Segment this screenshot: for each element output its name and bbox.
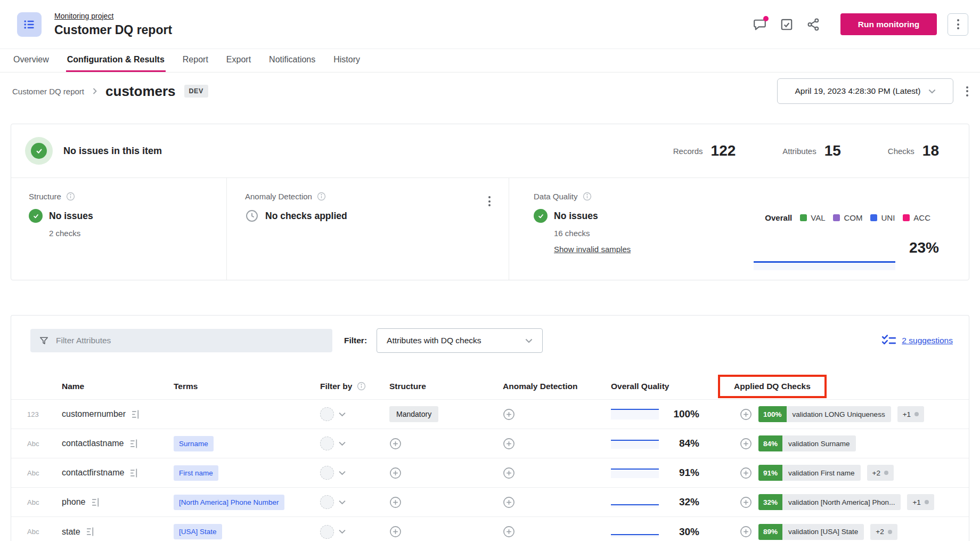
panel-data-quality: Data Quality No issues 16 checks Show in… bbox=[509, 178, 969, 280]
breadcrumb-project-link[interactable]: Monitoring project bbox=[54, 12, 172, 20]
table-row[interactable]: Abc state [USA] State 30% bbox=[11, 517, 969, 541]
dq-check-chip[interactable]: 100% validation LONG Uniqueness bbox=[758, 406, 891, 422]
status-dot bbox=[888, 530, 892, 534]
attribute-name[interactable]: contactlastname bbox=[62, 439, 124, 448]
add-anomaly-check-button[interactable] bbox=[503, 496, 515, 508]
profiling-icon[interactable] bbox=[130, 439, 138, 448]
col-anomaly-detection[interactable]: Anomaly Detection bbox=[503, 382, 611, 391]
dq-check-chip[interactable]: 84% validation Surname bbox=[758, 435, 856, 451]
comments-icon[interactable] bbox=[753, 18, 767, 31]
suggestions-link[interactable]: 2 suggestions bbox=[881, 334, 953, 348]
tab-notifications[interactable]: Notifications bbox=[268, 49, 316, 72]
col-filter-by[interactable]: Filter by bbox=[320, 382, 389, 391]
attribute-name[interactable]: phone bbox=[62, 497, 86, 507]
add-structure-check-button[interactable] bbox=[389, 467, 402, 479]
col-name[interactable]: Name bbox=[62, 382, 174, 391]
monitoring-project-icon bbox=[17, 12, 42, 37]
tab-export[interactable]: Export bbox=[225, 49, 252, 72]
profiling-icon[interactable] bbox=[130, 469, 138, 478]
profiling-icon[interactable] bbox=[86, 527, 94, 536]
filter-by-circle[interactable] bbox=[320, 525, 334, 539]
info-icon[interactable] bbox=[66, 192, 75, 201]
add-dq-check-button[interactable] bbox=[740, 438, 752, 450]
breadcrumb-parent-link[interactable]: Customer DQ report bbox=[12, 87, 84, 96]
attribute-filter-select[interactable]: Attributes with DQ checks bbox=[377, 328, 543, 353]
filter-by-control[interactable] bbox=[320, 525, 389, 539]
add-anomaly-check-button[interactable] bbox=[503, 467, 515, 479]
add-structure-check-button[interactable] bbox=[389, 438, 402, 450]
table-row[interactable]: Abc phone [North America] Phone Number bbox=[11, 488, 969, 517]
add-structure-check-button[interactable] bbox=[389, 526, 402, 538]
snapshot-kebab-menu[interactable] bbox=[966, 86, 968, 96]
share-icon[interactable] bbox=[806, 18, 820, 31]
run-monitoring-button[interactable]: Run monitoring bbox=[840, 13, 937, 35]
filter-attributes-search[interactable] bbox=[30, 329, 332, 352]
legend-uni[interactable]: UNI bbox=[870, 213, 895, 222]
header-kebab-menu[interactable] bbox=[948, 13, 968, 36]
table-row[interactable]: Abc contactlastname Surname 84% bbox=[11, 429, 969, 458]
dq-check-chip[interactable]: 91% validation First name bbox=[758, 465, 861, 481]
col-applied-dq-checks[interactable]: Applied DQ Checks bbox=[734, 382, 811, 391]
tasks-checkbox-icon[interactable] bbox=[780, 18, 794, 31]
term-chip[interactable]: Surname bbox=[174, 436, 214, 451]
add-dq-check-button[interactable] bbox=[740, 467, 752, 479]
table-row[interactable]: 123 customernumber Mandatory 100% bbox=[11, 400, 969, 429]
add-anomaly-check-button[interactable] bbox=[503, 526, 515, 538]
chevron-down-icon bbox=[339, 441, 346, 446]
environment-badge: DEV bbox=[184, 85, 208, 98]
profiling-icon[interactable] bbox=[92, 498, 100, 507]
add-structure-check-button[interactable] bbox=[389, 496, 402, 508]
legend-com[interactable]: COM bbox=[833, 213, 862, 222]
term-chip[interactable]: [North America] Phone Number bbox=[174, 495, 284, 510]
info-icon[interactable] bbox=[583, 192, 592, 201]
add-dq-check-button[interactable] bbox=[740, 408, 752, 421]
filter-by-circle[interactable] bbox=[320, 437, 334, 450]
add-dq-check-button[interactable] bbox=[740, 526, 752, 538]
filter-by-control[interactable] bbox=[320, 437, 389, 450]
summary-card: No issues in this item Records 122 Attri… bbox=[11, 124, 969, 280]
add-anomaly-check-button[interactable] bbox=[503, 408, 515, 421]
filter-by-circle[interactable] bbox=[320, 407, 334, 421]
tab-overview[interactable]: Overview bbox=[12, 49, 50, 72]
show-invalid-samples-link[interactable]: Show invalid samples bbox=[554, 245, 631, 254]
anomaly-kebab-menu[interactable] bbox=[488, 196, 491, 206]
attribute-name[interactable]: contactfirstname bbox=[62, 468, 124, 478]
filter-by-control[interactable] bbox=[320, 466, 389, 480]
info-icon[interactable] bbox=[317, 192, 326, 201]
filter-by-control[interactable] bbox=[320, 407, 389, 421]
term-chip[interactable]: [USA] State bbox=[174, 524, 222, 539]
col-terms[interactable]: Terms bbox=[174, 382, 320, 391]
filter-by-circle[interactable] bbox=[320, 495, 334, 509]
quality-trend-chart bbox=[611, 409, 659, 419]
filter-by-control[interactable] bbox=[320, 495, 389, 509]
attribute-name[interactable]: state bbox=[62, 527, 80, 537]
tab-configuration-results[interactable]: Configuration & Results bbox=[66, 49, 166, 72]
overall-quality-chart bbox=[754, 232, 895, 270]
legend-acc[interactable]: ACC bbox=[903, 213, 930, 222]
more-checks-chip[interactable]: +2 bbox=[867, 465, 894, 481]
stat-attributes: Attributes 15 bbox=[782, 142, 841, 159]
legend-val[interactable]: VAL bbox=[800, 213, 825, 222]
attribute-type-label: 123 bbox=[27, 410, 62, 418]
anomaly-status: No checks applied bbox=[245, 209, 509, 223]
filter-by-circle[interactable] bbox=[320, 466, 334, 480]
attribute-name[interactable]: customernumber bbox=[62, 409, 126, 419]
col-overall-quality[interactable]: Overall Quality bbox=[611, 382, 730, 391]
add-dq-check-button[interactable] bbox=[740, 496, 752, 508]
col-structure[interactable]: Structure bbox=[389, 382, 503, 391]
more-checks-chip[interactable]: +2 bbox=[870, 524, 897, 540]
term-chip[interactable]: First name bbox=[174, 465, 218, 481]
more-checks-chip[interactable]: +1 bbox=[897, 406, 924, 422]
tab-report[interactable]: Report bbox=[182, 49, 209, 72]
snapshot-select[interactable]: April 19, 2023 4:28:30 PM (Latest) bbox=[777, 78, 953, 104]
info-icon[interactable] bbox=[357, 382, 366, 391]
table-row[interactable]: Abc contactfirstname First name 91% bbox=[11, 458, 969, 488]
profiling-icon[interactable] bbox=[132, 410, 140, 419]
dq-check-chip[interactable]: 32% validation [North America] Phon... bbox=[758, 494, 901, 510]
add-anomaly-check-button[interactable] bbox=[503, 438, 515, 450]
suggestions-count-link[interactable]: 2 suggestions bbox=[902, 336, 953, 345]
more-checks-chip[interactable]: +1 bbox=[907, 494, 934, 510]
filter-attributes-input[interactable] bbox=[56, 336, 324, 345]
dq-check-chip[interactable]: 89% validation [USA] State bbox=[758, 524, 864, 540]
tab-history[interactable]: History bbox=[332, 49, 361, 72]
